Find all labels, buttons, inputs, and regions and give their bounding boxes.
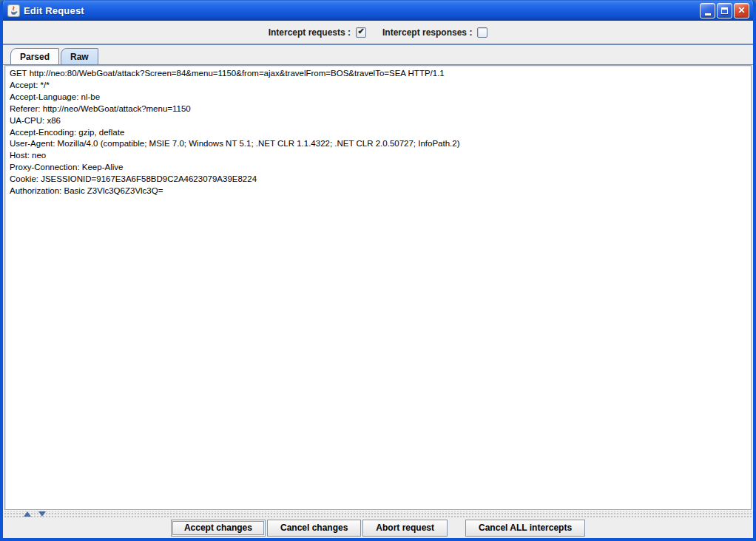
maximize-button[interactable] xyxy=(717,3,732,18)
request-line: Cookie: JSESSIONID=9167E3A6F58BD9C2A4623… xyxy=(10,174,746,186)
intercept-requests-label: Intercept requests : xyxy=(269,27,351,38)
request-line: Referer: http://neo/WebGoat/attack?menu=… xyxy=(10,103,746,115)
window-title: Edit Request xyxy=(24,5,700,16)
abort-request-button[interactable]: Abort request xyxy=(362,520,448,537)
intercept-requests-checkbox[interactable]: ✔ xyxy=(356,27,366,38)
intercept-responses-group: Intercept responses : ✔ xyxy=(382,27,487,38)
intercept-requests-group: Intercept requests : ✔ xyxy=(269,27,366,38)
request-line: GET http://neo:80/WebGoat/attack?Screen=… xyxy=(10,68,746,80)
request-view-tabs: Parsed Raw xyxy=(3,45,753,65)
accept-changes-button[interactable]: Accept changes xyxy=(171,520,266,537)
cancel-changes-button[interactable]: Cancel changes xyxy=(267,520,361,537)
collapse-down-icon[interactable] xyxy=(38,511,46,517)
edit-request-window: Edit Request ✕ Intercept requests : ✔ In… xyxy=(0,0,756,541)
request-line: UA-CPU: x86 xyxy=(10,115,746,127)
raw-panel: GET http://neo:80/WebGoat/attack?Screen=… xyxy=(3,65,753,510)
close-icon: ✕ xyxy=(738,6,745,15)
java-app-icon xyxy=(7,4,20,17)
request-line: User-Agent: Mozilla/4.0 (compatible; MSI… xyxy=(10,138,746,150)
collapse-up-icon[interactable] xyxy=(24,511,31,517)
tab-parsed[interactable]: Parsed xyxy=(10,48,59,64)
cancel-all-intercepts-button[interactable]: Cancel ALL intercepts xyxy=(465,520,585,537)
request-line: Authorization: Basic Z3Vlc3Q6Z3Vlc3Q= xyxy=(10,186,746,197)
request-line: Proxy-Connection: Keep-Alive xyxy=(10,162,746,174)
action-button-bar: Accept changes Cancel changes Abort requ… xyxy=(3,517,753,538)
maximize-icon xyxy=(721,7,728,14)
raw-request-textarea[interactable]: GET http://neo:80/WebGoat/attack?Screen=… xyxy=(4,65,752,510)
title-bar[interactable]: Edit Request ✕ xyxy=(3,0,753,21)
minimize-icon xyxy=(705,13,711,16)
request-line: Host: neo xyxy=(10,150,746,162)
minimize-button[interactable] xyxy=(700,3,715,18)
close-button[interactable]: ✕ xyxy=(734,3,749,18)
intercept-responses-checkbox[interactable]: ✔ xyxy=(477,27,487,38)
window-controls: ✕ xyxy=(700,3,749,18)
request-line: Accept-Encoding: gzip, deflate xyxy=(10,127,746,139)
request-line: Accept-Language: nl-be xyxy=(10,92,746,103)
request-line: Accept: */* xyxy=(10,80,746,92)
intercept-toolbar: Intercept requests : ✔ Intercept respons… xyxy=(3,21,753,45)
intercept-responses-label: Intercept responses : xyxy=(382,27,472,38)
split-pane-divider[interactable] xyxy=(3,510,753,517)
check-icon: ✔ xyxy=(357,27,364,35)
tab-raw[interactable]: Raw xyxy=(61,48,98,64)
